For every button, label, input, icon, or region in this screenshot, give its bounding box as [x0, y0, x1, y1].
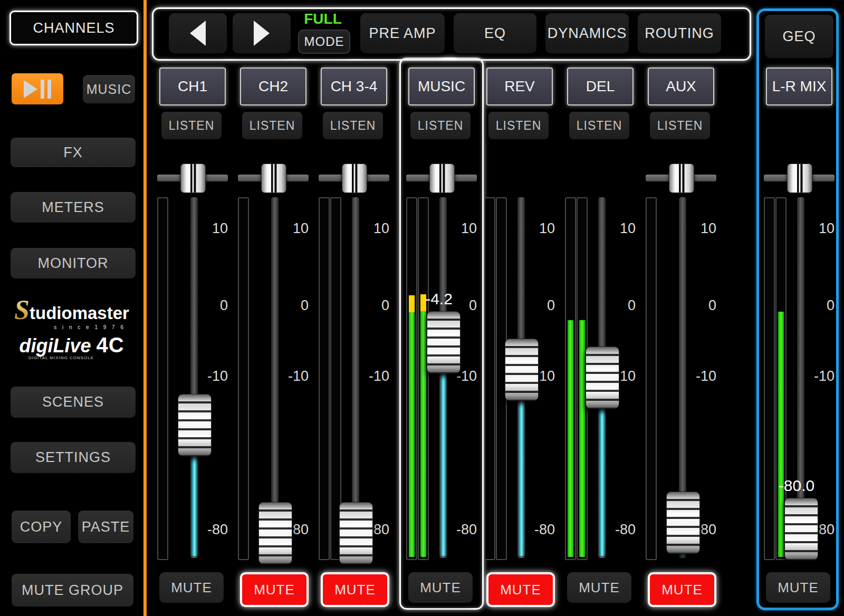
scale-tick: 10: [357, 220, 389, 237]
channel-strip: REVLISTEN100-10-80MUTE: [480, 0, 559, 616]
sidebar-scenes-button[interactable]: SCENES: [11, 387, 136, 418]
fader-knob[interactable]: [339, 502, 373, 564]
scale-tick: -80: [195, 522, 228, 538]
listen-button[interactable]: LISTEN: [242, 112, 302, 139]
meter-slot: [319, 197, 330, 560]
fader-knob[interactable]: [666, 492, 700, 554]
channel-strip: CH 3-4LISTEN100-10-80MUTE: [314, 0, 394, 616]
pan-knob[interactable]: [261, 163, 286, 193]
play-icon: [24, 80, 37, 98]
mute-button[interactable]: MUTE: [648, 572, 716, 607]
transport-play-pause-button[interactable]: [12, 73, 63, 104]
pan-knob[interactable]: [342, 163, 367, 193]
sidebar-divider: [143, 0, 147, 616]
scale-tick: 0: [603, 297, 636, 314]
channel-select-button[interactable]: REV: [486, 68, 553, 105]
meter-fill-green: [568, 320, 573, 557]
pan-knob[interactable]: [180, 163, 206, 193]
scale-tick: 10: [684, 220, 716, 237]
meter-fill-green: [778, 312, 784, 557]
mute-button[interactable]: MUTE: [240, 572, 309, 607]
fader-cyan-track: [192, 452, 197, 556]
listen-button[interactable]: LISTEN: [410, 112, 471, 139]
channel-select-button[interactable]: DEL: [567, 68, 634, 105]
channel-select-button[interactable]: CH 3-4: [321, 68, 387, 105]
scale-tick: 10: [444, 220, 477, 237]
mute-button[interactable]: MUTE: [567, 572, 631, 603]
channel-strip: MUSICLISTEN100-10-80-4.2MUTE: [402, 0, 481, 616]
scale-tick: 0: [195, 297, 228, 314]
scale-tick: -10: [684, 368, 716, 384]
channel-select-button[interactable]: MUSIC: [408, 68, 475, 105]
logo-wordmark: tudiomaster: [30, 303, 129, 323]
channel-strip: CH1LISTEN100-10-80MUTE: [153, 0, 232, 616]
listen-button[interactable]: LISTEN: [569, 112, 629, 139]
channel-select-button[interactable]: CH2: [240, 68, 306, 105]
pan-knob[interactable]: [669, 163, 694, 193]
scale-tick: -10: [357, 368, 389, 384]
mute-button[interactable]: MUTE: [486, 572, 555, 607]
listen-button[interactable]: LISTEN: [323, 112, 383, 139]
meter-slot: [646, 197, 657, 560]
listen-button[interactable]: LISTEN: [161, 112, 222, 139]
pan-knob[interactable]: [787, 163, 812, 193]
scale-tick: -80: [522, 522, 555, 538]
sidebar-meters-button[interactable]: METERS: [11, 192, 136, 223]
scale-tick: 10: [195, 220, 228, 237]
fader-knob[interactable]: [178, 394, 212, 456]
meter-slot: [484, 197, 495, 560]
meter-slot: [406, 197, 417, 560]
scale-tick: 10: [522, 220, 555, 237]
mixer-screen: CHANNELS MUSIC FX METERS MONITOR Studiom…: [0, 0, 844, 616]
copy-button[interactable]: COPY: [12, 511, 71, 543]
sidebar-fx-button[interactable]: FX: [11, 138, 136, 167]
scale-tick: -10: [802, 368, 835, 384]
scale-tick: 10: [802, 220, 835, 237]
sidebar-settings-button[interactable]: SETTINGS: [11, 442, 136, 473]
mute-button[interactable]: MUTE: [766, 572, 830, 603]
fader-knob[interactable]: [586, 346, 619, 409]
pause-bar-icon: [47, 80, 51, 99]
meter-slot: [565, 197, 576, 560]
fader-knob[interactable]: [258, 502, 292, 564]
listen-button[interactable]: LISTEN: [488, 112, 549, 139]
channel-strip: CH2LISTEN100-10-80MUTE: [234, 0, 313, 616]
meter-fill-green: [579, 320, 585, 557]
channels-button[interactable]: CHANNELS: [9, 11, 138, 45]
mute-group-button[interactable]: MUTE GROUP: [12, 574, 133, 607]
mute-button[interactable]: MUTE: [159, 572, 224, 603]
scale-tick: 0: [684, 297, 716, 314]
scale-tick: 10: [603, 220, 636, 237]
scale-tick: -80: [603, 522, 636, 538]
scale-tick: 0: [522, 297, 555, 314]
sidebar-music-button[interactable]: MUSIC: [83, 75, 135, 103]
channel-select-button[interactable]: AUX: [648, 68, 714, 105]
channel-select-button[interactable]: CH1: [159, 68, 226, 105]
fader-knob[interactable]: [505, 339, 539, 401]
channel-select-button[interactable]: L-R MIX: [766, 68, 832, 105]
fader-value-label: -80.0: [762, 477, 831, 495]
mute-button[interactable]: MUTE: [321, 572, 389, 607]
channel-strip: L-R MIX100-10-80-80.0MUTE: [760, 0, 839, 616]
meter-slot: [418, 197, 429, 560]
pan-knob[interactable]: [429, 163, 455, 193]
digilive-logo: digiLive 4C: [0, 333, 143, 357]
listen-button[interactable]: LISTEN: [650, 112, 710, 139]
studiomaster-logo: Studiomaster s i n c e 1 9 7 6 digiLive …: [0, 294, 143, 360]
scale-tick: 0: [357, 297, 389, 314]
scale-tick: -10: [195, 368, 228, 384]
fader-knob[interactable]: [427, 311, 461, 373]
channel-strip: DELLISTEN100-10-80MUTE: [561, 0, 640, 616]
meter-slot: [238, 197, 249, 560]
meter-fill-green: [409, 312, 415, 557]
meter-slot: [157, 197, 168, 560]
scale-tick: 0: [802, 297, 835, 314]
meter-slot: [764, 197, 775, 560]
sidebar-monitor-button[interactable]: MONITOR: [11, 248, 136, 278]
fader-knob[interactable]: [784, 498, 818, 560]
scale-tick: 10: [276, 220, 309, 237]
mute-button[interactable]: MUTE: [408, 572, 473, 603]
fader-value-label: -4.2: [405, 290, 473, 308]
paste-button[interactable]: PASTE: [78, 511, 133, 543]
scale-tick: -10: [276, 368, 309, 384]
